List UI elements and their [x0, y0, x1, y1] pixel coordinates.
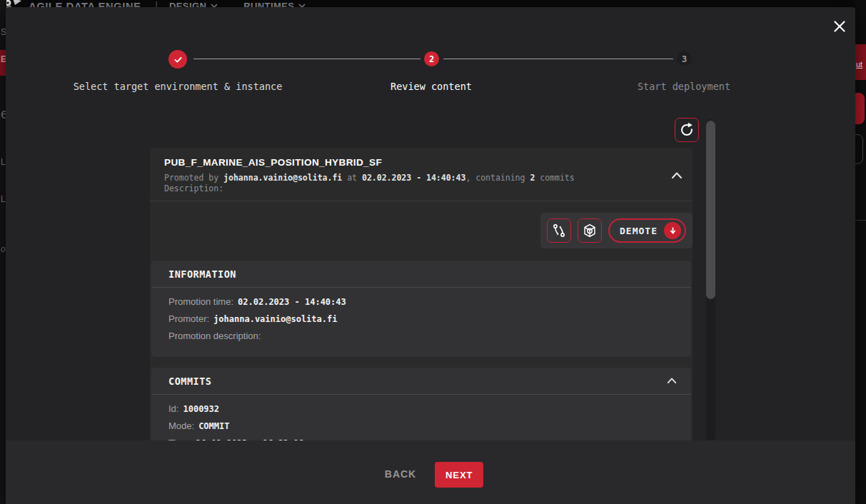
bg-fragment: L [1, 157, 6, 167]
view-package-button[interactable] [578, 218, 602, 243]
promoted-at: at [342, 173, 362, 183]
commits-collapse-button[interactable] [663, 371, 681, 390]
promoter-email: johanna.vainio@solita.fi [223, 173, 342, 183]
dialog-footer: BACK NEXT [6, 440, 855, 504]
commit-row: Mode:COMMIT [168, 418, 674, 435]
bg-fragment: o [1, 244, 6, 254]
deployment-stepper: 2 3 Select target environment & instance… [6, 7, 855, 100]
information-body: Promotion time:02.02.2023 - 14:40:43 Pro… [151, 288, 691, 351]
promoted-containing: , containing [465, 173, 530, 183]
commit-row-value: 1000932 [183, 404, 219, 414]
step-connector [443, 59, 673, 59]
commit-row-value: COMMIT [198, 421, 229, 431]
background-right-strip: ut [855, 0, 866, 504]
scrollbar[interactable] [706, 119, 715, 440]
info-row-label: Promotion description: [168, 331, 261, 341]
commits-header: COMMITS [151, 368, 691, 395]
refresh-icon [679, 122, 695, 138]
commit-row: Id:1000932 [168, 400, 674, 418]
refresh-button[interactable] [675, 118, 699, 142]
info-row-label: Promotion time: [168, 296, 233, 307]
info-row: Promotion description: [168, 328, 674, 345]
commits-body: Id:1000932 Mode:COMMIT Time:26.01.2023 -… [151, 395, 691, 440]
chevron-up-icon [671, 171, 683, 179]
dialog-body: 2 3 Select target environment & instance… [6, 7, 855, 440]
package-card: PUB_F_MARINE_AIS_POSITION_HYBRID_SF Prom… [150, 148, 693, 440]
info-row: Promoter:johanna.vainio@solita.fi [168, 311, 674, 328]
bg-fragment: L [1, 194, 6, 204]
step-2-indicator: 2 [424, 51, 439, 66]
demote-label: DEMOTE [620, 226, 658, 236]
promotion-time: 02.02.2023 - 14:40:43 [362, 173, 465, 183]
arrow-down-circle-icon [664, 222, 681, 239]
commit-row-label: Mode: [168, 420, 194, 431]
step-3-indicator: 3 [677, 51, 692, 66]
package-title: PUB_F_MARINE_AIS_POSITION_HYBRID_SF [164, 157, 678, 168]
info-row: Promotion time:02.02.2023 - 14:40:43 [168, 293, 674, 311]
step-connector [193, 59, 421, 59]
info-row-value: 02.02.2023 - 14:40:43 [238, 297, 346, 307]
background-red-bar: ut [855, 44, 866, 80]
step-1-indicator [168, 50, 187, 69]
route-arrows-icon [551, 223, 567, 238]
commits-section: COMMITS Id:1000932 Mode:COMMIT Time:26.0… [151, 368, 691, 440]
cube-icon [582, 223, 598, 238]
promoted-prefix: Promoted by [164, 173, 223, 183]
back-button[interactable]: BACK [378, 462, 423, 486]
package-promoted-line: Promoted by johanna.vainio@solita.fi at … [164, 173, 678, 183]
demote-button[interactable]: DEMOTE [608, 218, 686, 243]
commit-row: Time:26.01.2023 - 16:22:18 [168, 435, 674, 440]
info-row-value: johanna.vainio@solita.fi [213, 314, 337, 324]
info-row-label: Promoter: [168, 313, 209, 324]
description-label: Description: [164, 183, 678, 193]
package-toolbar: DEMOTE [540, 213, 693, 248]
information-header: INFORMATION [151, 261, 691, 288]
commits-title: COMMITS [168, 376, 211, 387]
scrollbar-thumb[interactable] [706, 121, 715, 299]
promoted-suffix: commits [535, 173, 574, 183]
card-collapse-button[interactable] [667, 165, 687, 185]
check-icon [173, 54, 183, 65]
view-commits-button[interactable] [547, 218, 571, 243]
step-3-label: Start deployment [534, 81, 834, 92]
logout-link-fragment[interactable]: ut [856, 60, 862, 69]
information-title: INFORMATION [168, 268, 236, 280]
chevron-up-icon [667, 377, 677, 384]
deployment-dialog: 2 3 Select target environment & instance… [6, 7, 855, 504]
background-divider [855, 220, 866, 221]
next-button[interactable]: NEXT [435, 462, 483, 488]
package-card-header: PUB_F_MARINE_AIS_POSITION_HYBRID_SF Prom… [150, 148, 693, 201]
information-section: INFORMATION Promotion time:02.02.2023 - … [151, 261, 691, 357]
commit-row-label: Id: [168, 403, 178, 414]
